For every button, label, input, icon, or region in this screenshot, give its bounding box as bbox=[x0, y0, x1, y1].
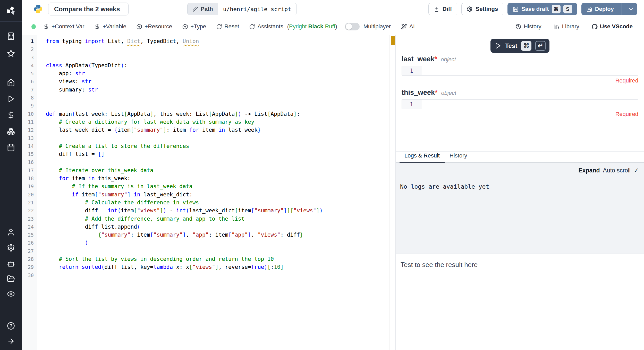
code-line[interactable]: 22 diff = int(item["views"]) - int(last_… bbox=[22, 207, 389, 215]
use-vscode-button[interactable]: Use VScode bbox=[592, 23, 633, 30]
user-icon[interactable] bbox=[0, 228, 22, 236]
code-line[interactable]: 16 bbox=[22, 158, 389, 166]
code-lines[interactable]: 1from typing import List, Dict, TypedDic… bbox=[22, 37, 389, 279]
required-hint: Required bbox=[402, 111, 638, 118]
folders-icon[interactable] bbox=[0, 274, 22, 283]
assistants-button[interactable]: Assistants bbox=[249, 23, 283, 30]
code-editor[interactable]: 1from typing import List, Dict, TypedDic… bbox=[22, 35, 395, 350]
code-line[interactable]: 29 return sorted(diff_list, key=lambda x… bbox=[22, 263, 389, 271]
logs-pane: Expand Auto scroll ✓ No logs are availab… bbox=[396, 163, 644, 254]
save-draft-button[interactable]: Save draft ⌘ S bbox=[507, 3, 577, 15]
runs-play-icon[interactable] bbox=[0, 94, 22, 103]
result-tabbar: Logs & Result History bbox=[396, 151, 644, 163]
add-context-var-button[interactable]: +Context Var bbox=[43, 23, 84, 30]
test-args-form: Test ⌘ ↵ last_week* object 1 bbox=[396, 35, 644, 151]
code-line[interactable]: 19 # If the summary is in last_week data bbox=[22, 182, 389, 190]
line-number: 8 bbox=[22, 94, 37, 102]
workers-bot-icon[interactable] bbox=[0, 259, 22, 268]
code-line[interactable]: 9 bbox=[22, 102, 389, 110]
code-line[interactable]: 5 app: str bbox=[22, 70, 389, 78]
add-type-button[interactable]: +Type bbox=[182, 23, 206, 30]
test-button[interactable]: Test ⌘ ↵ bbox=[490, 39, 550, 53]
variables-dollar-icon[interactable] bbox=[0, 111, 22, 119]
tab-logs-result[interactable]: Logs & Result bbox=[400, 152, 445, 163]
code-line[interactable]: 17 # Iterate over this_week data bbox=[22, 166, 389, 174]
settings-button[interactable]: Settings bbox=[461, 3, 503, 15]
code-line[interactable]: 12 last_week_dict = {item["summary"]: it… bbox=[22, 126, 389, 134]
code-line[interactable]: 4class AppData(TypedDict): bbox=[22, 62, 389, 70]
code-line[interactable]: 8 bbox=[22, 94, 389, 102]
code-line[interactable]: 26 ) bbox=[22, 239, 389, 247]
rotate-icon bbox=[216, 24, 222, 30]
code-line[interactable]: 15 diff_list = [] bbox=[22, 150, 389, 158]
ai-button[interactable]: AI bbox=[401, 23, 415, 30]
line-number: 19 bbox=[22, 182, 37, 190]
diff-button[interactable]: Diff bbox=[428, 3, 457, 15]
code-line[interactable]: 3 bbox=[22, 54, 389, 62]
audit-eye-icon[interactable] bbox=[0, 289, 22, 298]
code-line[interactable]: 18 for item in this_week: bbox=[22, 174, 389, 182]
code-line[interactable]: 25 {"summary": item["summary"], "app": i… bbox=[22, 231, 389, 239]
expand-button[interactable]: Expand bbox=[578, 167, 600, 174]
schedules-calendar-icon[interactable] bbox=[0, 143, 22, 152]
script-path[interactable]: u/henri/agile_script bbox=[218, 3, 296, 15]
history-button[interactable]: History bbox=[515, 23, 541, 30]
code-line[interactable]: 24 diff_list.append( bbox=[22, 223, 389, 231]
add-variable-button[interactable]: +Variable bbox=[94, 23, 126, 30]
reset-button[interactable]: Reset bbox=[216, 23, 239, 30]
help-icon[interactable] bbox=[0, 321, 22, 330]
code-line[interactable]: 13 bbox=[22, 134, 389, 142]
deploy-button[interactable]: Deploy bbox=[581, 3, 637, 15]
workspace-icon[interactable] bbox=[0, 32, 22, 40]
code-line[interactable]: 21 # Calculate the difference in views bbox=[22, 199, 389, 207]
gear-icon bbox=[467, 6, 473, 12]
code-line[interactable]: 7 summary: str bbox=[22, 86, 389, 94]
editor-scrollbar[interactable] bbox=[389, 35, 395, 350]
code-line[interactable]: 20 if item["summary"] in last_week_dict: bbox=[22, 191, 389, 199]
settings-gear-icon[interactable] bbox=[0, 243, 22, 252]
right-panel: Test ⌘ ↵ last_week* object 1 bbox=[395, 35, 644, 350]
arg-json-editor[interactable]: 1 bbox=[402, 66, 638, 76]
home-icon[interactable] bbox=[0, 78, 22, 87]
black-label: Black bbox=[308, 23, 324, 30]
windmill-logo[interactable] bbox=[0, 0, 22, 22]
json-editor-line-number: 1 bbox=[402, 100, 421, 109]
code-line[interactable]: 28 # Sort the list by views in descendin… bbox=[22, 255, 389, 263]
history-label: History bbox=[524, 23, 541, 30]
collapse-arrow-icon[interactable] bbox=[0, 337, 22, 345]
reset-label: Reset bbox=[224, 23, 239, 30]
arg-json-editor[interactable]: 1 bbox=[402, 99, 638, 109]
json-editor-input[interactable] bbox=[421, 100, 638, 109]
dollar-icon bbox=[43, 24, 49, 30]
left-sidebar bbox=[0, 0, 22, 350]
code-line[interactable]: 1from typing import List, Dict, TypedDic… bbox=[22, 37, 389, 45]
line-number: 17 bbox=[22, 166, 37, 174]
code-line[interactable]: 11 # Create a dictionary for last_week d… bbox=[22, 118, 389, 126]
code-line[interactable]: 14 # Create a list to store the differen… bbox=[22, 142, 389, 150]
variable-label: +Variable bbox=[103, 23, 126, 30]
deploy-dropdown-button[interactable] bbox=[625, 3, 637, 15]
code-line[interactable]: 30 bbox=[22, 271, 389, 279]
multiplayer-toggle[interactable] bbox=[345, 23, 360, 30]
tab-history[interactable]: History bbox=[445, 152, 472, 163]
diff-label: Diff bbox=[443, 6, 452, 12]
code-line[interactable]: 23 # Add the difference, summary and app… bbox=[22, 215, 389, 223]
json-editor-input[interactable] bbox=[421, 66, 638, 75]
autoscroll-toggle[interactable]: Auto scroll bbox=[603, 167, 631, 174]
status-dot bbox=[31, 24, 36, 29]
add-resource-button[interactable]: +Resource bbox=[136, 23, 172, 30]
code-line[interactable]: 27 bbox=[22, 247, 389, 255]
code-line[interactable]: 6 views: str bbox=[22, 78, 389, 86]
code-line[interactable]: 10def main(last_week: List[AppData], thi… bbox=[22, 110, 389, 118]
path-edit-button[interactable]: Path bbox=[188, 3, 218, 15]
line-number: 25 bbox=[22, 231, 37, 239]
favorites-star-icon[interactable] bbox=[0, 49, 22, 58]
library-button[interactable]: Library bbox=[554, 23, 579, 30]
context-var-label: +Context Var bbox=[52, 23, 84, 30]
pyright-label: Pyright bbox=[289, 23, 307, 30]
resources-boxes-icon[interactable] bbox=[0, 127, 22, 136]
type-label: +Type bbox=[190, 23, 206, 30]
script-title-input[interactable] bbox=[48, 3, 129, 15]
path-label: Path bbox=[201, 6, 213, 12]
code-line[interactable]: 2 bbox=[22, 45, 389, 53]
